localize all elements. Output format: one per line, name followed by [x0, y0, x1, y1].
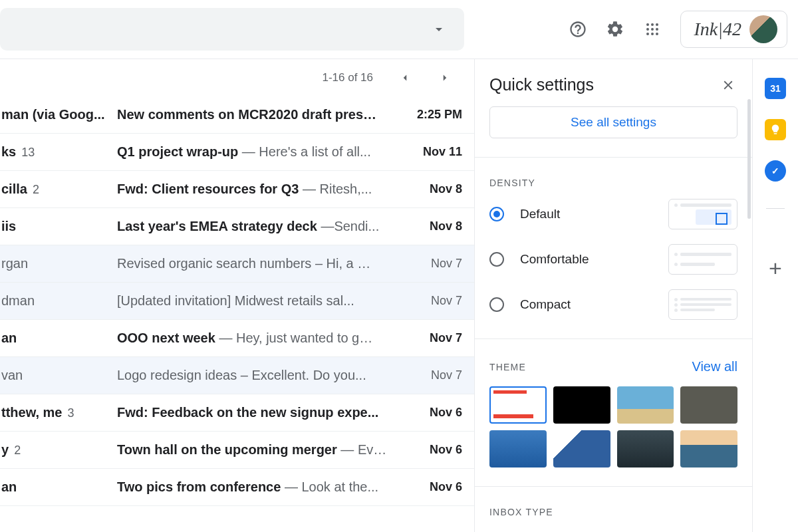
- account-chip[interactable]: Ink|42: [680, 11, 787, 48]
- add-app-icon[interactable]: +: [769, 255, 782, 281]
- density-option-default[interactable]: Default: [489, 199, 737, 229]
- mail-sender: ks13: [0, 144, 108, 160]
- mail-date: Nov 6: [398, 480, 462, 494]
- gear-icon[interactable]: [606, 20, 624, 39]
- mail-date: Nov 7: [398, 331, 462, 345]
- mail-sender: man (via Goog...: [0, 107, 108, 122]
- theme-tile-6[interactable]: [617, 430, 674, 467]
- mail-subject: Q1 project wrap-up — Here's a list of al…: [117, 144, 389, 160]
- brand-logo: Ink|42: [694, 19, 741, 40]
- side-rail: 31 +: [753, 59, 798, 532]
- density-section-label: DENSITY: [489, 178, 737, 188]
- svg-point-4: [651, 28, 654, 31]
- svg-point-7: [651, 33, 654, 35]
- theme-tile-0[interactable]: [489, 386, 547, 424]
- mail-row[interactable]: dman[Updated invitation] Midwest retails…: [0, 283, 474, 320]
- mail-subject: Two pics from conference — Look at the..…: [117, 479, 389, 495]
- mail-subject: Town hall on the upcoming merger — Ev…: [117, 442, 389, 458]
- mail-subject: Last year's EMEA strategy deck —Sendi...: [117, 219, 389, 234]
- mail-row[interactable]: iisLast year's EMEA strategy deck —Sendi…: [0, 208, 474, 245]
- density-label: Compact: [520, 297, 652, 312]
- help-icon[interactable]: [569, 20, 587, 39]
- mail-date: Nov 6: [398, 443, 462, 457]
- mail-row[interactable]: vanLogo redesign ideas – Excellent. Do y…: [0, 357, 474, 394]
- mail-row[interactable]: tthew, me3Fwd: Feedback on the new signu…: [0, 394, 474, 432]
- mail-sender: y2: [0, 442, 108, 458]
- density-label: Comfortable: [520, 252, 652, 267]
- density-label: Default: [520, 207, 652, 221]
- theme-tile-4[interactable]: [489, 430, 547, 467]
- density-option-comfortable[interactable]: Comfortable: [489, 244, 737, 275]
- mail-date: Nov 8: [398, 182, 462, 196]
- calendar-app-icon[interactable]: 31: [765, 78, 786, 99]
- mail-subject: Logo redesign ideas – Excellent. Do you.…: [117, 368, 389, 383]
- mail-date: Nov 7: [398, 257, 462, 271]
- mail-date: Nov 7: [398, 368, 462, 382]
- radio-icon: [489, 207, 504, 221]
- mail-subject: OOO next week — Hey, just wanted to g…: [117, 331, 389, 346]
- mail-subject: Fwd: Client resources for Q3 — Ritesh,..…: [117, 182, 389, 197]
- svg-point-2: [656, 23, 658, 26]
- svg-point-8: [656, 33, 658, 35]
- mail-date: Nov 7: [398, 294, 462, 308]
- theme-tile-2[interactable]: [617, 386, 674, 424]
- mail-subject: [Updated invitation] Midwest retails sal…: [117, 293, 389, 309]
- inbox-column: 1-16 of 16 man (via Goog...New comments …: [0, 59, 475, 532]
- mail-row[interactable]: y2Town hall on the upcoming merger — Ev……: [0, 432, 474, 469]
- mail-date: Nov 8: [398, 219, 462, 233]
- mail-sender: iis: [0, 219, 108, 234]
- mail-row[interactable]: anOOO next week — Hey, just wanted to g……: [0, 320, 474, 357]
- apps-grid-icon[interactable]: [643, 20, 662, 39]
- density-option-compact[interactable]: Compact: [489, 289, 737, 320]
- search-box[interactable]: [0, 8, 464, 51]
- mail-date: 2:25 PM: [398, 108, 462, 122]
- theme-tile-3[interactable]: [680, 386, 737, 424]
- pagination-text: 1-16 of 16: [322, 71, 373, 84]
- mail-sender: an: [0, 331, 108, 346]
- theme-view-all-link[interactable]: View all: [692, 359, 737, 374]
- prev-page-icon[interactable]: [396, 68, 414, 87]
- mail-subject: Revised organic search numbers – Hi, a …: [117, 256, 389, 271]
- mail-date: Nov 11: [398, 145, 462, 159]
- mail-sender: cilla2: [0, 182, 108, 197]
- tasks-app-icon[interactable]: [765, 160, 786, 182]
- mail-sender: rgan: [0, 256, 108, 271]
- svg-point-1: [651, 23, 654, 26]
- settings-title: Quick settings: [489, 75, 594, 94]
- inbox-type-section-label: INBOX TYPE: [489, 507, 737, 517]
- see-all-settings-button[interactable]: See all settings: [489, 106, 737, 138]
- mail-row[interactable]: rganRevised organic search numbers – Hi,…: [0, 245, 474, 283]
- next-page-icon[interactable]: [436, 68, 454, 87]
- svg-point-3: [646, 28, 649, 31]
- close-icon[interactable]: [719, 76, 737, 94]
- keep-app-icon[interactable]: [765, 119, 786, 140]
- avatar[interactable]: [749, 15, 777, 43]
- svg-point-5: [656, 28, 658, 31]
- mail-row[interactable]: man (via Goog...New comments on MCR2020 …: [0, 96, 474, 134]
- theme-tile-7[interactable]: [680, 430, 737, 467]
- radio-icon: [489, 252, 504, 267]
- mail-row[interactable]: ks13Q1 project wrap-up — Here's a list o…: [0, 134, 474, 171]
- mail-row[interactable]: cilla2Fwd: Client resources for Q3 — Rit…: [0, 171, 474, 208]
- search-options-caret-icon[interactable]: [430, 20, 448, 39]
- mail-date: Nov 6: [398, 406, 462, 420]
- rail-divider: [766, 208, 785, 209]
- mail-list: man (via Goog...New comments on MCR2020 …: [0, 96, 474, 532]
- mail-sender: dman: [0, 293, 108, 309]
- scrollbar[interactable]: [747, 99, 751, 219]
- theme-tile-1[interactable]: [553, 386, 610, 424]
- mail-sender: an: [0, 479, 108, 495]
- mail-sender: tthew, me3: [0, 405, 108, 420]
- theme-tile-5[interactable]: [553, 430, 610, 467]
- mail-subject: New comments on MCR2020 draft pres…: [117, 107, 389, 122]
- svg-point-0: [646, 23, 649, 26]
- mail-subject: Fwd: Feedback on the new signup expe...: [117, 405, 389, 420]
- quick-settings-panel: Quick settings See all settings DENSITY …: [475, 59, 753, 532]
- mail-row[interactable]: anTwo pics from conference — Look at the…: [0, 469, 474, 506]
- svg-point-6: [646, 33, 649, 35]
- radio-icon: [489, 297, 504, 312]
- theme-section-label: THEME: [489, 362, 526, 372]
- mail-sender: van: [0, 368, 108, 383]
